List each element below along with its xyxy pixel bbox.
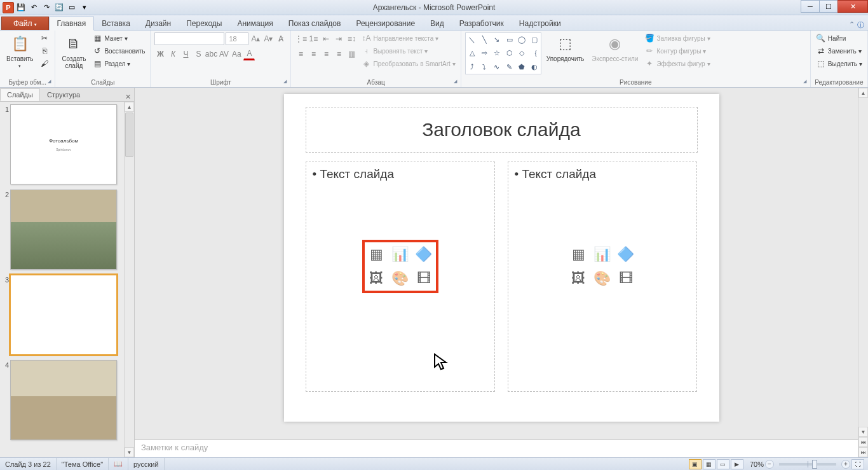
app-icon[interactable]: P <box>3 2 14 13</box>
quick-styles-button[interactable]: ◉ Экспресс-стили <box>589 32 641 64</box>
underline-button[interactable]: Ч <box>180 48 191 60</box>
slide-thumb-1[interactable]: Фотоальбом Spiridonov <box>10 104 117 184</box>
align-center-button[interactable]: ≡ <box>308 48 319 60</box>
smartart-button[interactable]: ◈Преобразовать в SmartArt ▾ <box>360 58 456 69</box>
strike-button[interactable]: S <box>193 48 204 60</box>
new-slide-button[interactable]: 🗎 Создать слайд <box>59 32 88 71</box>
slide-icon[interactable]: ▭ <box>66 2 78 13</box>
maximize-button[interactable]: ☐ <box>819 0 838 13</box>
shape-free[interactable]: ✎ <box>503 60 516 74</box>
tab-developer[interactable]: Разработчик <box>452 17 512 30</box>
slide-thumb-3[interactable] <box>10 275 117 355</box>
text-direction-button[interactable]: ↕AНаправление текста ▾ <box>360 32 456 44</box>
spacing-button[interactable]: AV <box>218 48 229 60</box>
copy-button[interactable]: ⎘ <box>38 45 51 57</box>
zoom-in-button[interactable]: + <box>841 460 850 469</box>
save-icon[interactable]: 💾 <box>15 2 27 13</box>
slide[interactable]: Заголовок слайда Текст слайда ▦ 📊 🔷 🖼 🎨 … <box>284 94 719 422</box>
minimize-button[interactable]: ─ <box>801 0 820 13</box>
insert-smartart-icon[interactable]: 🔷 <box>615 244 636 265</box>
shape-outline-button[interactable]: ✏Контур фигуры ▾ <box>643 45 711 57</box>
insert-media-icon[interactable]: 🎞 <box>615 268 636 289</box>
shapes-gallery[interactable]: ＼ ╲ ↘ ▭ ◯ ▢ △ ⇨ ☆ ⬡ ◇ ｛ ⤴ ⤵ ∿ ✎ ⬟ ◐ <box>465 32 541 74</box>
undo-icon[interactable]: ↶ <box>28 2 39 13</box>
shape-rrect[interactable]: ▢ <box>528 33 541 46</box>
spellcheck-icon[interactable]: 📖 <box>109 458 128 470</box>
scroll-up-icon[interactable]: ▲ <box>858 88 868 98</box>
font-color-button[interactable]: A <box>243 48 255 60</box>
file-tab[interactable]: Файл <box>1 17 49 30</box>
fit-window-button[interactable]: ⛶ <box>851 459 864 469</box>
shape-rect[interactable]: ▭ <box>503 33 516 46</box>
align-right-button[interactable]: ≡ <box>320 48 332 60</box>
scroll-down-icon[interactable]: ▼ <box>125 447 134 457</box>
shrink-font-button[interactable]: A▾ <box>262 32 274 45</box>
line-spacing-button[interactable]: ≡↕ <box>346 32 357 45</box>
shape-oval[interactable]: ◯ <box>515 33 528 46</box>
select-button[interactable]: ⬚Выделить ▾ <box>815 58 864 69</box>
zoom-percent[interactable]: 70% <box>750 460 764 468</box>
font-family-combo[interactable] <box>154 32 224 45</box>
layout-button[interactable]: ▦Макет ▾ <box>91 32 146 44</box>
format-painter-button[interactable]: 🖌 <box>38 58 51 69</box>
scroll-thumb[interactable] <box>125 113 133 157</box>
tab-addins[interactable]: Надстройки <box>512 17 569 30</box>
shape-more1[interactable]: ⬟ <box>515 60 528 74</box>
tab-transitions[interactable]: Переходы <box>179 17 229 30</box>
tab-review[interactable]: Рецензирование <box>348 17 423 30</box>
tab-slideshow[interactable]: Показ слайдов <box>281 17 349 30</box>
canvas-scrollbar-v[interactable]: ▲ ▼ ⏮ ⏭ <box>858 88 868 457</box>
tab-home[interactable]: Главная <box>49 17 95 31</box>
thumb-item[interactable]: 4 <box>1 360 123 440</box>
numbering-button[interactable]: 1≡ <box>308 32 319 45</box>
notes-pane[interactable]: Заметки к слайду <box>135 439 858 457</box>
shape-conn2[interactable]: ⤵ <box>478 60 491 74</box>
shape-conn1[interactable]: ⤴ <box>466 60 478 74</box>
help-icon[interactable]: ⓘ <box>857 20 864 30</box>
tab-design[interactable]: Дизайн <box>138 17 179 30</box>
normal-view-button[interactable]: ▣ <box>689 459 702 469</box>
insert-clipart-icon[interactable]: 🎨 <box>390 268 410 289</box>
zoom-slider[interactable] <box>779 463 836 466</box>
shape-arrow[interactable]: ↘ <box>491 33 503 46</box>
decrease-indent-button[interactable]: ⇤ <box>320 32 332 45</box>
zoom-handle[interactable] <box>812 460 817 469</box>
shape-effects-button[interactable]: ✦Эффекты фигур ▾ <box>643 58 711 69</box>
grow-font-button[interactable]: A▴ <box>250 32 261 45</box>
thumb-item[interactable]: 2 <box>1 190 123 270</box>
language-indicator[interactable]: русский <box>128 458 164 470</box>
align-left-button[interactable]: ≡ <box>295 48 306 60</box>
qat-customize-icon[interactable]: ▾ <box>79 2 90 13</box>
change-case-button[interactable]: Aa <box>231 48 242 60</box>
insert-chart-icon[interactable]: 📊 <box>390 244 410 265</box>
insert-table-icon[interactable]: ▦ <box>366 244 387 265</box>
align-text-button[interactable]: ⫞Выровнять текст ▾ <box>360 45 456 57</box>
reading-view-button[interactable]: ▭ <box>717 459 729 469</box>
scroll-down-icon[interactable]: ▼ <box>858 427 868 437</box>
cut-button[interactable]: ✂ <box>38 32 51 44</box>
shadow-button[interactable]: abc <box>205 48 217 60</box>
zoom-out-button[interactable]: − <box>765 460 774 469</box>
redo-icon[interactable]: ↷ <box>41 2 52 13</box>
arrange-button[interactable]: ⬚ Упорядочить <box>544 32 587 64</box>
insert-picture-icon[interactable]: 🖼 <box>366 268 387 289</box>
title-placeholder[interactable]: Заголовок слайда <box>306 107 698 153</box>
shape-hex[interactable]: ⬡ <box>503 46 516 60</box>
sorter-view-button[interactable]: ▦ <box>703 459 715 469</box>
thumbs-scrollbar[interactable]: ▲ ▼ <box>124 102 134 457</box>
tab-insert[interactable]: Вставка <box>94 17 138 30</box>
shape-curve[interactable]: ∿ <box>491 60 503 74</box>
thumb-item[interactable]: 3 <box>1 275 123 355</box>
tab-animations[interactable]: Анимация <box>229 17 280 30</box>
italic-button[interactable]: К <box>167 48 179 60</box>
shape-arrow-r[interactable]: ⇨ <box>478 46 491 60</box>
increase-indent-button[interactable]: ⇥ <box>333 32 344 45</box>
insert-smartart-icon[interactable]: 🔷 <box>413 244 434 265</box>
shape-more2[interactable]: ◐ <box>528 60 541 74</box>
tab-outline-view[interactable]: Структура <box>40 88 87 101</box>
shape-star[interactable]: ☆ <box>491 46 503 60</box>
slide-thumb-2[interactable] <box>10 190 117 270</box>
replace-button[interactable]: ⇄Заменить ▾ <box>815 45 864 57</box>
prev-slide-icon[interactable]: ⏮ <box>858 437 868 447</box>
reset-button[interactable]: ↺Восстановить <box>91 45 146 57</box>
